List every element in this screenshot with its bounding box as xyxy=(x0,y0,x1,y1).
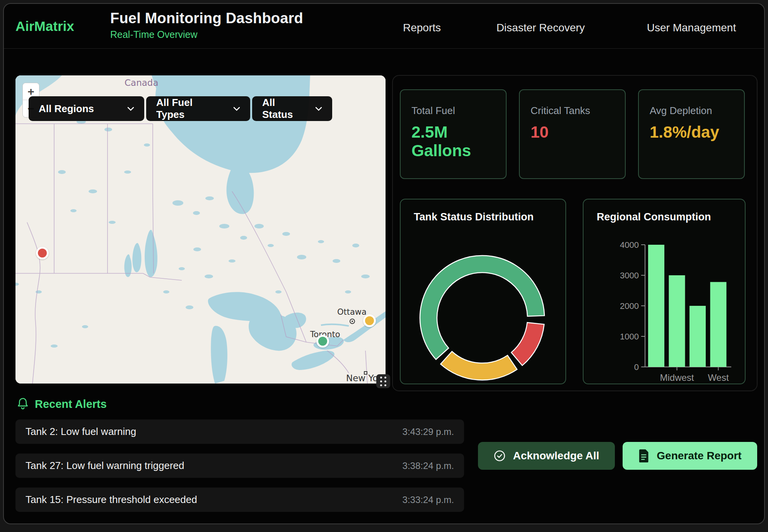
alert-row[interactable]: Tank 2: Low fuel warning 3:43:29 p.m. xyxy=(15,419,464,444)
acknowledge-all-button[interactable]: Acknowledge All xyxy=(478,442,615,470)
stat-value: 10 xyxy=(531,123,614,142)
stat-card-avg-depletion: Avg Depletion 1.8%/day xyxy=(638,89,745,179)
page-subtitle: Real-Time Overview xyxy=(110,29,303,40)
alerts-title: Recent Alerts xyxy=(35,398,107,411)
report-document-icon xyxy=(638,449,650,462)
y-tick-label: 1000 xyxy=(620,332,639,341)
alerts-header: Recent Alerts xyxy=(17,397,107,411)
alert-text: Tank 2: Low fuel warning xyxy=(26,426,136,438)
tank-marker-warning[interactable] xyxy=(363,314,376,327)
region-filter-value: All Regions xyxy=(39,103,94,115)
alert-row[interactable]: Tank 27: Low fuel warning triggered 3:38… xyxy=(15,454,464,478)
nav-disaster-recovery[interactable]: Disaster Recovery xyxy=(497,22,585,34)
chevron-down-icon xyxy=(222,107,240,111)
y-tick-label: 2000 xyxy=(620,301,639,311)
stat-value: 2.5M Gallons xyxy=(411,123,495,160)
fuel-filter-value: All Fuel Types xyxy=(156,97,222,121)
fuel-map[interactable]: Canada Ottawa Toronto New York + − All R… xyxy=(15,75,386,384)
stat-card-total-fuel: Total Fuel 2.5M Gallons xyxy=(400,89,507,179)
stat-label: Critical Tanks xyxy=(531,105,614,117)
region-filter-select[interactable]: All Regions xyxy=(29,96,144,121)
title-block: Fuel Monitoring Dashboard Real-Time Over… xyxy=(110,10,303,40)
bar-region-1 xyxy=(669,275,685,367)
x-tick-label: Midwest xyxy=(660,372,694,383)
map-label-canada: Canada xyxy=(125,78,159,88)
alert-text: Tank 27: Low fuel warning triggered xyxy=(26,460,184,472)
tank-marker-critical[interactable] xyxy=(36,247,49,259)
stat-value: 1.8%/day xyxy=(650,123,733,142)
y-tick-label: 3000 xyxy=(620,271,639,280)
chevron-down-icon xyxy=(304,107,322,111)
map-filter-bar: All Regions All Fuel Types All Status xyxy=(29,96,332,121)
status-filter-value: All Status xyxy=(262,97,304,121)
chart-title: Tank Status Distribution xyxy=(414,211,534,223)
dashboard-shell: AirMatrix Fuel Monitoring Dashboard Real… xyxy=(3,3,765,524)
alert-text: Tank 15: Pressure threshold exceeded xyxy=(26,494,197,506)
overview-panel: Total Fuel 2.5M Gallons Critical Tanks 1… xyxy=(392,75,758,391)
fuel-type-filter-select[interactable]: All Fuel Types xyxy=(146,96,250,121)
alert-row[interactable]: Tank 15: Pressure threshold exceeded 3:3… xyxy=(15,488,464,512)
stat-label: Total Fuel xyxy=(411,105,495,117)
x-tick-label: West xyxy=(708,372,729,383)
tank-status-donut-chart xyxy=(401,200,567,385)
alert-time: 3:38:24 p.m. xyxy=(403,460,454,471)
map-resize-handle[interactable] xyxy=(376,374,390,388)
y-tick-label: 0 xyxy=(634,362,639,372)
check-circle-icon xyxy=(493,450,506,462)
bar-region-3 xyxy=(710,282,727,367)
tank-status-chart-card: Tank Status Distribution xyxy=(400,199,566,384)
app-header: AirMatrix Fuel Monitoring Dashboard Real… xyxy=(4,4,764,49)
donut-segment-critical xyxy=(511,322,544,365)
acknowledge-all-label: Acknowledge All xyxy=(513,450,599,462)
generate-report-button[interactable]: Generate Report xyxy=(623,442,757,470)
y-tick-label: 4000 xyxy=(620,240,639,250)
map-label-ottawa: Ottawa xyxy=(337,307,367,317)
bar-region-0 xyxy=(648,245,664,367)
chart-title: Regional Consumption xyxy=(597,211,711,223)
tank-marker-normal[interactable] xyxy=(316,335,329,348)
alert-time: 3:43:29 p.m. xyxy=(403,426,454,437)
regional-consumption-chart-card: Regional Consumption 01000200030004000Mi… xyxy=(583,199,746,384)
donut-segment-warning xyxy=(440,351,517,380)
stat-card-critical-tanks: Critical Tanks 10 xyxy=(519,89,626,179)
chevron-down-icon xyxy=(116,107,134,111)
alert-time: 3:33:24 p.m. xyxy=(403,494,454,505)
page-title: Fuel Monitoring Dashboard xyxy=(110,10,303,27)
status-filter-select[interactable]: All Status xyxy=(252,96,332,121)
nav-reports[interactable]: Reports xyxy=(403,22,441,34)
stat-label: Avg Depletion xyxy=(650,105,733,117)
regional-consumption-bar-chart: 01000200030004000MidwestWest xyxy=(584,200,746,385)
generate-report-label: Generate Report xyxy=(657,450,741,462)
bell-icon xyxy=(17,397,29,411)
nav-user-management[interactable]: User Management xyxy=(647,22,736,34)
bar-region-2 xyxy=(689,306,706,367)
brand-logo: AirMatrix xyxy=(15,19,74,34)
